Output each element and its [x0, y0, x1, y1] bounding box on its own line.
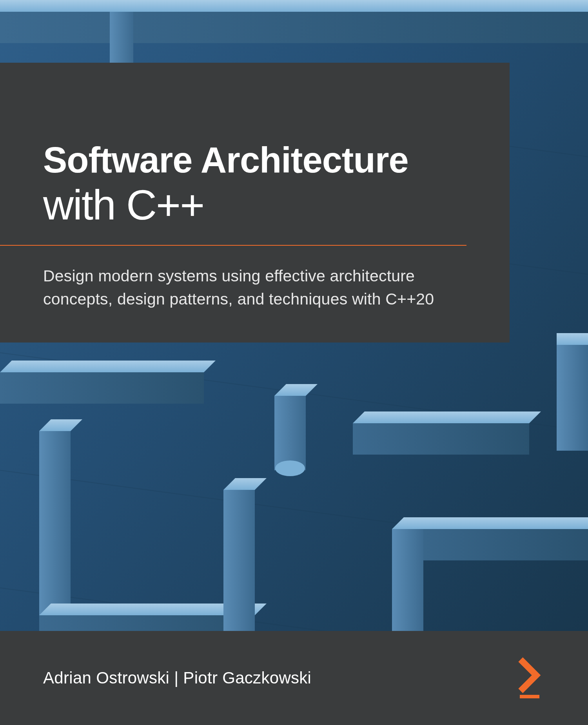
svg-marker-26: [0, 361, 216, 372]
svg-marker-19: [274, 396, 306, 470]
svg-marker-24: [392, 529, 423, 647]
publisher-logo-icon: [514, 656, 545, 700]
svg-marker-6: [0, 12, 588, 43]
book-cover: Software Architecture with C++ Design mo…: [0, 0, 588, 725]
footer-bar: Adrian Ostrowski | Piotr Gaczkowski: [0, 631, 588, 725]
subtitle: Design modern systems using effective ar…: [43, 265, 466, 311]
svg-marker-11: [557, 345, 588, 451]
svg-marker-25: [0, 372, 204, 404]
title-line-2: with C++: [43, 181, 466, 229]
svg-marker-28: [353, 411, 541, 423]
title-line-1: Software Architecture: [43, 141, 466, 179]
authors: Adrian Ostrowski | Piotr Gaczkowski: [43, 669, 311, 687]
title-panel: Software Architecture with C++ Design mo…: [0, 63, 510, 343]
svg-point-21: [275, 460, 305, 476]
svg-rect-29: [520, 695, 539, 698]
title-divider: [0, 245, 466, 246]
svg-marker-7: [0, 0, 588, 12]
svg-marker-27: [353, 423, 529, 455]
svg-marker-23: [392, 517, 588, 529]
svg-marker-17: [223, 490, 255, 647]
svg-marker-12: [557, 333, 588, 345]
